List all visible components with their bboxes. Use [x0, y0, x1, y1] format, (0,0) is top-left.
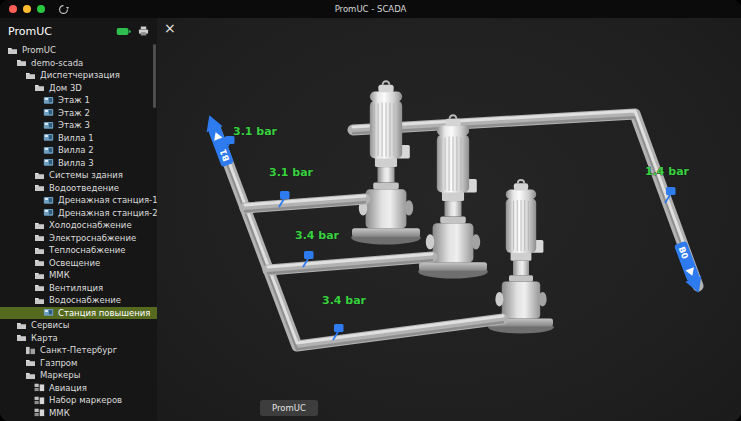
tree-item-вилла-2[interactable]: Вилла 2 [0, 144, 157, 157]
pump-3[interactable] [488, 180, 554, 334]
tree-item-дом-3d[interactable]: Дом 3D [0, 82, 157, 95]
tree-item-label: Дренажная станция-2 [58, 207, 157, 220]
folder-icon [34, 283, 45, 292]
tree-item-label: Станция повышения [58, 307, 150, 320]
tree-item-label: Дренажная станция-1 [58, 194, 157, 207]
tree-item-станция-повышения[interactable]: Станция повышения [0, 307, 157, 320]
folder-icon [34, 258, 45, 267]
tree-item-газпром[interactable]: Газпром [0, 357, 157, 370]
tree-item-label: Карта [31, 332, 58, 345]
tree-item-label: Этаж 1 [58, 94, 90, 107]
tree-item-освещение[interactable]: Освещение [0, 257, 157, 270]
screen-icon [43, 158, 54, 167]
tree-item-label: Вилла 1 [58, 132, 94, 145]
folder-icon [16, 321, 27, 330]
tree-item-авиация[interactable]: Авиация [0, 382, 157, 395]
tree-item-диспетчеризация[interactable]: Диспетчеризация [0, 69, 157, 82]
tree-item-этаж-2[interactable]: Этаж 2 [0, 107, 157, 120]
close-window-button[interactable] [9, 5, 17, 13]
battery-icon[interactable] [116, 27, 131, 36]
tree-item-маркеры[interactable]: Маркеры [0, 369, 157, 382]
tree-item-холодоснабжение[interactable]: Холодоснабжение [0, 219, 157, 232]
window-content: PromUC PromUCdemo-scadaДиспетчеризацияДо… [0, 18, 741, 421]
scrollbar-thumb[interactable] [153, 44, 156, 108]
markers-icon [34, 408, 45, 417]
screen-icon [43, 196, 54, 205]
pump-1[interactable] [351, 81, 421, 244]
tree-item-ммк[interactable]: ММК [0, 407, 157, 420]
folder-icon [34, 233, 45, 242]
tree-item-системы-здания[interactable]: Системы здания [0, 169, 157, 182]
tree-item-ммк[interactable]: ММК [0, 269, 157, 282]
pressure-label: 3.1 bar [233, 125, 278, 138]
sidebar-scrollbar[interactable] [153, 44, 156, 421]
tree-item-набор-маркеров[interactable]: Набор маркеров [0, 394, 157, 407]
tree-item-label: Этаж 3 [58, 119, 90, 132]
markers-icon [34, 383, 45, 392]
tree-item-карта[interactable]: Карта [0, 332, 157, 345]
screen-icon [43, 208, 54, 217]
tree-item-label: Теплоснабжение [49, 244, 126, 257]
folder-icon [34, 271, 45, 280]
tree-item-promuc[interactable]: PromUC [0, 44, 157, 57]
tree-item-дренажная-станция-2[interactable]: Дренажная станция-2 [0, 207, 157, 220]
screen-icon [43, 146, 54, 155]
tree-item-санкт-петербург[interactable]: Санкт-Петербург [0, 344, 157, 357]
folder-icon [25, 371, 36, 380]
screen-icon [43, 308, 54, 317]
tree-item-label: Холодоснабжение [49, 219, 132, 232]
tree-item-дренажная-станция-1[interactable]: Дренажная станция-1 [0, 194, 157, 207]
tree-item-label: Маркеры [40, 369, 80, 382]
app-window: PromUC - SCADA PromUC [0, 0, 741, 421]
screen-icon [43, 121, 54, 130]
tree-item-demo-scada[interactable]: demo-scada [0, 57, 157, 70]
screen-icon [43, 96, 54, 105]
pressure-label: 3.4 bar [322, 294, 367, 307]
tree-item-label: ММК [49, 269, 70, 282]
tree-item-электроснабжение[interactable]: Электроснабжение [0, 232, 157, 245]
tree-item-вилла-1[interactable]: Вилла 1 [0, 132, 157, 145]
tree-item-теплоснабжение[interactable]: Теплоснабжение [0, 244, 157, 257]
sidebar-tree: PromUCdemo-scadaДиспетчеризацияДом 3DЭта… [0, 44, 157, 419]
tree-item-label: ММК [49, 407, 70, 420]
tree-item-label: demo-scada [31, 57, 83, 70]
tree-item-label: Системы здания [49, 169, 123, 182]
folder-icon [16, 333, 27, 342]
screen-icon [43, 133, 54, 142]
tree-item-сервисы[interactable]: Сервисы [0, 319, 157, 332]
tree-item-водоснабжение[interactable]: Водоснабжение [0, 294, 157, 307]
tree-item-label: Электроснабжение [49, 232, 136, 245]
building-icon [25, 346, 36, 355]
tree-item-label: PromUC [22, 44, 56, 57]
folder-icon [16, 58, 27, 67]
maximize-window-button[interactable] [37, 5, 45, 13]
tree-item-label: Вилла 2 [58, 144, 94, 157]
sidebar-header: PromUC [0, 18, 157, 44]
tree-item-label: Этаж 2 [58, 107, 90, 120]
pressure-label: 1.4 bar [645, 165, 690, 178]
tree-item-вилла-3[interactable]: Вилла 3 [0, 157, 157, 170]
close-icon[interactable]: × [164, 21, 176, 35]
folder-icon [25, 358, 36, 367]
folder-icon [7, 46, 18, 55]
printer-icon[interactable] [138, 26, 149, 36]
tree-item-этаж-1[interactable]: Этаж 1 [0, 94, 157, 107]
folder-icon [34, 183, 45, 192]
scada-3d-scene[interactable]: B1B0 3.1 bar3.1 bar3.4 bar3.4 bar1.4 bar [157, 18, 741, 421]
folder-icon [34, 221, 45, 230]
pressure-label: 3.1 bar [269, 166, 314, 179]
main-view: × [157, 18, 741, 421]
bottom-tab-promuc[interactable]: PromUC [260, 400, 318, 416]
refresh-icon[interactable] [58, 4, 69, 15]
pipe-branch-1 [245, 196, 365, 211]
folder-icon [34, 296, 45, 305]
tree-item-этаж-3[interactable]: Этаж 3 [0, 119, 157, 132]
tree-item-вентиляция[interactable]: Вентиляция [0, 282, 157, 295]
tree-item-водоотведение[interactable]: Водоотведение [0, 182, 157, 195]
sidebar: PromUC PromUCdemo-scadaДиспетчеризацияДо… [0, 18, 157, 421]
tree-item-label: Водоснабжение [49, 294, 121, 307]
minimize-window-button[interactable] [23, 5, 31, 13]
titlebar: PromUC - SCADA [0, 0, 741, 18]
tree-item-label: Вентиляция [49, 282, 103, 295]
window-title: PromUC - SCADA [0, 4, 741, 14]
